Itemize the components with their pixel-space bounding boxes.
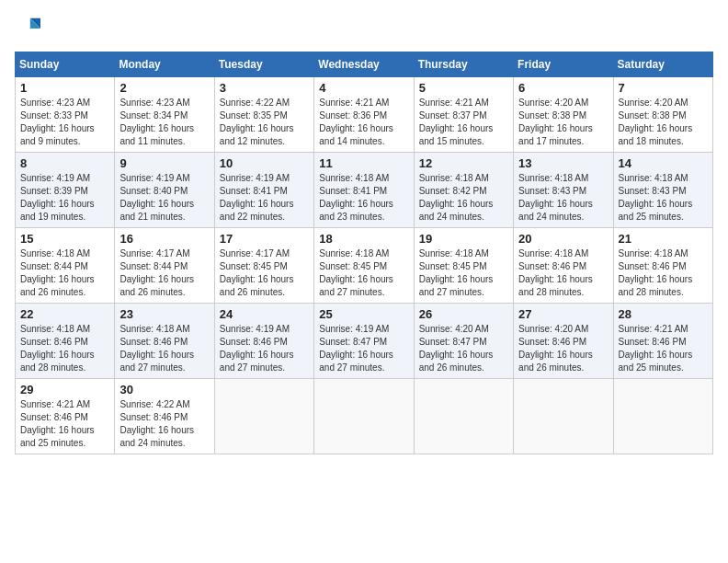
calendar-header-row: SundayMondayTuesdayWednesdayThursdayFrid… <box>16 52 713 77</box>
calendar-cell: 3 Sunrise: 4:22 AM Sunset: 8:35 PM Dayli… <box>214 77 313 153</box>
day-info: Sunrise: 4:22 AM Sunset: 8:46 PM Dayligh… <box>119 398 209 450</box>
day-info: Sunrise: 4:20 AM Sunset: 8:47 PM Dayligh… <box>419 323 508 374</box>
day-info: Sunrise: 4:23 AM Sunset: 8:33 PM Dayligh… <box>20 97 109 148</box>
column-header-saturday: Saturday <box>613 52 712 77</box>
day-info: Sunrise: 4:20 AM Sunset: 8:46 PM Dayligh… <box>518 323 608 374</box>
day-info: Sunrise: 4:18 AM Sunset: 8:45 PM Dayligh… <box>319 247 408 299</box>
calendar-cell <box>314 379 414 454</box>
calendar-cell: 24 Sunrise: 4:19 AM Sunset: 8:46 PM Dayl… <box>214 304 313 379</box>
day-info: Sunrise: 4:17 AM Sunset: 8:45 PM Dayligh… <box>220 247 309 299</box>
day-info: Sunrise: 4:18 AM Sunset: 8:44 PM Dayligh… <box>20 247 109 299</box>
page-header <box>15 15 713 40</box>
column-header-wednesday: Wednesday <box>314 52 414 77</box>
day-info: Sunrise: 4:18 AM Sunset: 8:43 PM Dayligh… <box>518 172 608 224</box>
day-info: Sunrise: 4:17 AM Sunset: 8:44 PM Dayligh… <box>119 247 209 299</box>
calendar-cell: 6 Sunrise: 4:20 AM Sunset: 8:38 PM Dayli… <box>514 77 613 153</box>
calendar-cell: 2 Sunrise: 4:23 AM Sunset: 8:34 PM Dayli… <box>115 77 214 153</box>
day-number: 6 <box>518 81 608 95</box>
day-info: Sunrise: 4:21 AM Sunset: 8:36 PM Dayligh… <box>319 97 408 148</box>
day-number: 14 <box>619 156 708 170</box>
day-number: 12 <box>419 156 508 170</box>
day-number: 17 <box>220 232 309 246</box>
calendar-cell: 13 Sunrise: 4:18 AM Sunset: 8:43 PM Dayl… <box>514 153 613 228</box>
calendar-cell <box>514 379 613 454</box>
calendar-cell: 9 Sunrise: 4:19 AM Sunset: 8:40 PM Dayli… <box>115 153 214 228</box>
day-info: Sunrise: 4:21 AM Sunset: 8:46 PM Dayligh… <box>619 323 708 374</box>
day-number: 9 <box>119 156 209 170</box>
calendar-cell: 14 Sunrise: 4:18 AM Sunset: 8:43 PM Dayl… <box>613 153 712 228</box>
day-number: 10 <box>220 156 309 170</box>
day-number: 8 <box>20 156 109 170</box>
day-number: 22 <box>20 307 109 321</box>
calendar-week-row: 8 Sunrise: 4:19 AM Sunset: 8:39 PM Dayli… <box>16 153 713 228</box>
day-number: 3 <box>220 81 309 95</box>
calendar-cell: 17 Sunrise: 4:17 AM Sunset: 8:45 PM Dayl… <box>214 228 313 304</box>
day-number: 21 <box>619 232 708 246</box>
calendar-cell: 8 Sunrise: 4:19 AM Sunset: 8:39 PM Dayli… <box>16 153 115 228</box>
day-number: 25 <box>319 307 408 321</box>
column-header-monday: Monday <box>115 52 214 77</box>
calendar-cell: 22 Sunrise: 4:18 AM Sunset: 8:46 PM Dayl… <box>16 304 115 379</box>
day-info: Sunrise: 4:19 AM Sunset: 8:46 PM Dayligh… <box>220 323 309 374</box>
calendar-cell: 18 Sunrise: 4:18 AM Sunset: 8:45 PM Dayl… <box>314 228 414 304</box>
day-number: 7 <box>619 81 708 95</box>
calendar-table: SundayMondayTuesdayWednesdayThursdayFrid… <box>15 52 713 454</box>
calendar-cell <box>214 379 313 454</box>
day-info: Sunrise: 4:18 AM Sunset: 8:46 PM Dayligh… <box>20 323 109 374</box>
day-info: Sunrise: 4:19 AM Sunset: 8:40 PM Dayligh… <box>119 172 209 224</box>
day-number: 30 <box>119 383 209 396</box>
calendar-cell: 4 Sunrise: 4:21 AM Sunset: 8:36 PM Dayli… <box>314 77 414 153</box>
calendar-cell: 27 Sunrise: 4:20 AM Sunset: 8:46 PM Dayl… <box>514 304 613 379</box>
day-number: 23 <box>119 307 209 321</box>
day-info: Sunrise: 4:19 AM Sunset: 8:39 PM Dayligh… <box>20 172 109 224</box>
day-number: 28 <box>619 307 708 321</box>
day-number: 2 <box>119 81 209 95</box>
day-info: Sunrise: 4:22 AM Sunset: 8:35 PM Dayligh… <box>220 97 309 148</box>
calendar-cell: 23 Sunrise: 4:18 AM Sunset: 8:46 PM Dayl… <box>115 304 214 379</box>
day-info: Sunrise: 4:18 AM Sunset: 8:46 PM Dayligh… <box>518 247 608 299</box>
day-number: 27 <box>518 307 608 321</box>
calendar-week-row: 29 Sunrise: 4:21 AM Sunset: 8:46 PM Dayl… <box>16 379 713 454</box>
day-number: 26 <box>419 307 508 321</box>
day-number: 4 <box>319 81 408 95</box>
day-info: Sunrise: 4:20 AM Sunset: 8:38 PM Dayligh… <box>518 97 608 148</box>
calendar-week-row: 15 Sunrise: 4:18 AM Sunset: 8:44 PM Dayl… <box>16 228 713 304</box>
day-number: 16 <box>119 232 209 246</box>
day-number: 1 <box>20 81 109 95</box>
day-number: 13 <box>518 156 608 170</box>
column-header-thursday: Thursday <box>414 52 513 77</box>
day-number: 24 <box>220 307 309 321</box>
day-number: 5 <box>419 81 508 95</box>
day-number: 18 <box>319 232 408 246</box>
day-info: Sunrise: 4:19 AM Sunset: 8:47 PM Dayligh… <box>319 323 408 374</box>
calendar-cell: 12 Sunrise: 4:18 AM Sunset: 8:42 PM Dayl… <box>414 153 513 228</box>
calendar-cell: 21 Sunrise: 4:18 AM Sunset: 8:46 PM Dayl… <box>613 228 712 304</box>
calendar-cell: 16 Sunrise: 4:17 AM Sunset: 8:44 PM Dayl… <box>115 228 214 304</box>
calendar-cell: 11 Sunrise: 4:18 AM Sunset: 8:41 PM Dayl… <box>314 153 414 228</box>
calendar-cell <box>613 379 712 454</box>
day-number: 29 <box>20 383 109 396</box>
logo <box>15 15 44 40</box>
day-info: Sunrise: 4:20 AM Sunset: 8:38 PM Dayligh… <box>619 97 708 148</box>
column-header-tuesday: Tuesday <box>214 52 313 77</box>
calendar-cell: 26 Sunrise: 4:20 AM Sunset: 8:47 PM Dayl… <box>414 304 513 379</box>
calendar-cell: 20 Sunrise: 4:18 AM Sunset: 8:46 PM Dayl… <box>514 228 613 304</box>
day-info: Sunrise: 4:21 AM Sunset: 8:46 PM Dayligh… <box>20 398 109 450</box>
day-number: 11 <box>319 156 408 170</box>
day-info: Sunrise: 4:19 AM Sunset: 8:41 PM Dayligh… <box>220 172 309 224</box>
day-info: Sunrise: 4:18 AM Sunset: 8:46 PM Dayligh… <box>619 247 708 299</box>
calendar-cell: 15 Sunrise: 4:18 AM Sunset: 8:44 PM Dayl… <box>16 228 115 304</box>
day-number: 15 <box>20 232 109 246</box>
column-header-friday: Friday <box>514 52 613 77</box>
day-number: 20 <box>518 232 608 246</box>
day-info: Sunrise: 4:18 AM Sunset: 8:43 PM Dayligh… <box>619 172 708 224</box>
column-header-sunday: Sunday <box>16 52 115 77</box>
day-number: 19 <box>419 232 508 246</box>
day-info: Sunrise: 4:23 AM Sunset: 8:34 PM Dayligh… <box>119 97 209 148</box>
calendar-week-row: 1 Sunrise: 4:23 AM Sunset: 8:33 PM Dayli… <box>16 77 713 153</box>
calendar-cell: 19 Sunrise: 4:18 AM Sunset: 8:45 PM Dayl… <box>414 228 513 304</box>
calendar-cell: 25 Sunrise: 4:19 AM Sunset: 8:47 PM Dayl… <box>314 304 414 379</box>
calendar-cell: 1 Sunrise: 4:23 AM Sunset: 8:33 PM Dayli… <box>16 77 115 153</box>
calendar-cell <box>414 379 513 454</box>
calendar-cell: 7 Sunrise: 4:20 AM Sunset: 8:38 PM Dayli… <box>613 77 712 153</box>
